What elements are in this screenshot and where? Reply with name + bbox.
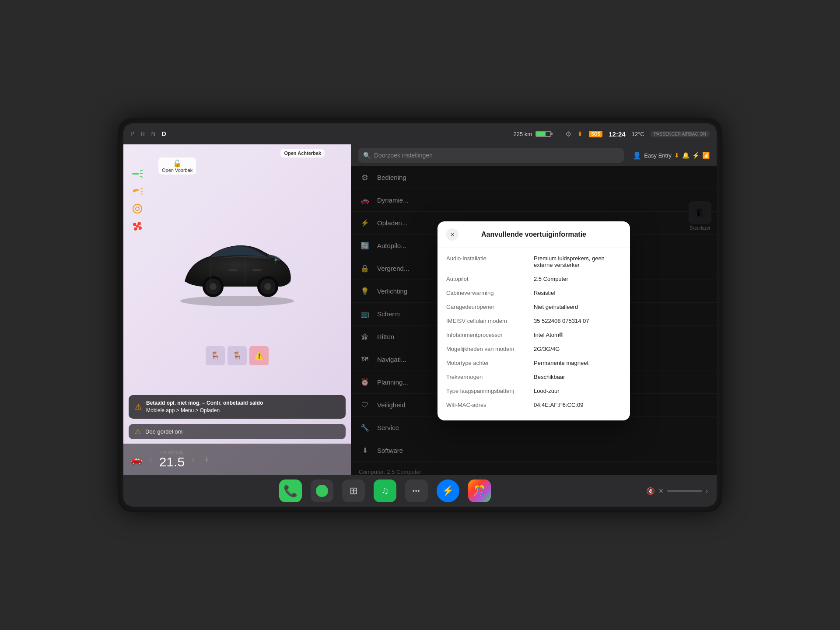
climate-left-arrow[interactable]: ‹	[149, 455, 152, 465]
screen-bezel: P R N D 225 km ⚙ ⬇ SOS 12:24 12°C PASSEN…	[118, 118, 722, 512]
modal-row-6: Mogelijkheden van modem 2G/3G/4G	[446, 342, 621, 356]
modal-row-0: Audio-installatie Premium luidsprekers, …	[446, 252, 621, 272]
modal-row-value-5: Intel Atom®	[534, 332, 621, 338]
seatbelt-text: Doe gordel om	[145, 428, 182, 435]
svg-point-13	[210, 283, 217, 290]
seat-2-icon: 🪑	[232, 351, 242, 360]
modal-row-value-2: Resistief	[534, 290, 621, 296]
spotify-button[interactable]: ♫	[374, 480, 396, 502]
lock-icon-front: 🔓	[173, 159, 182, 168]
seat-display: 🪑 🪑 ⚠️	[206, 346, 269, 365]
main-area: 🔓 Open Voorbak Open Achterbak	[123, 144, 717, 475]
warning-banner: ⚠ Betaald opl. niet mog. – Contr. onbeta…	[129, 395, 346, 419]
svg-point-16	[264, 283, 271, 290]
modal-row-value-3: Niet geïnstalleerd	[534, 304, 621, 310]
open-back-label: Open Achterbak	[280, 149, 325, 158]
modal-row-label-3: Garagedeuropener	[446, 304, 534, 310]
modal-row-value-7: Permanente magneet	[534, 360, 621, 366]
modal-row-label-7: Motortype achter	[446, 360, 534, 366]
climate-mode-icon: 🌡	[203, 455, 210, 463]
sos-badge: SOS	[589, 131, 602, 137]
warning-title: Betaald opl. niet mog. – Contr. onbetaal…	[146, 400, 263, 406]
search-icon: 🔍	[363, 152, 371, 159]
volume-bar[interactable]	[667, 490, 702, 492]
modal-row-3: Garagedeuropener Niet geïnstalleerd	[446, 300, 621, 314]
temp-display-main: Handmatig 21.5	[159, 449, 185, 469]
warning-subtitle: Mobiele app > Menu > Opladen	[146, 407, 220, 413]
modal-row-label-0: Audio-installatie	[446, 255, 534, 268]
person-icon-header: 👤	[633, 151, 641, 160]
bottom-dock: 📞 ⊞ ♫ ••• ⚡ 🎊 🔇 ✕	[123, 475, 717, 507]
climate-mode-label: Handmatig	[160, 449, 183, 455]
climate-bar: 🚗 ‹ Handmatig 21.5 › 🌡	[123, 444, 351, 475]
gear-n[interactable]: N	[151, 130, 156, 137]
volume-x-icon: ✕	[658, 487, 664, 494]
modal-row-value-1: 2.5 Computer	[534, 276, 621, 282]
battery-bar	[536, 131, 551, 137]
modal-row-10: Wifi-MAC-adres 04:4E:AF:F6:CC:09	[446, 398, 621, 412]
svg-rect-17	[228, 269, 237, 271]
ac-icon: 🌡	[203, 455, 210, 463]
party-icon: 🎊	[473, 485, 485, 497]
open-front-text: Open Voorbak	[162, 168, 192, 173]
modal-body: Audio-installatie Premium luidsprekers, …	[438, 248, 630, 420]
car-small-icon: 🚗	[130, 454, 142, 465]
phone-button[interactable]: 📞	[279, 480, 302, 502]
modal-row-5: Infotainmentprocessor Intel Atom®	[446, 328, 621, 342]
seat-1-icon: 🪑	[210, 351, 220, 360]
bluetooth-button[interactable]: ⚡	[437, 480, 459, 502]
grid-icon: ⊞	[350, 485, 357, 497]
seatbelt-icon: ⚠	[135, 427, 141, 436]
modal-row-value-8: Beschikbaar	[534, 374, 621, 380]
settings-header: 🔍 Doorzoek instellingen 👤 Easy Entry ⬇ 🔔…	[351, 144, 717, 166]
modal-row-label-5: Infotainmentprocessor	[446, 332, 534, 338]
more-button[interactable]: •••	[405, 480, 428, 502]
range-text: 225 km	[514, 131, 532, 137]
grid-button[interactable]: ⊞	[342, 480, 365, 502]
gear-p[interactable]: P	[130, 130, 135, 137]
download-icon-header: ⬇	[674, 152, 679, 159]
bluetooth-icon-header: ⚡	[692, 152, 700, 159]
climate-right-arrow[interactable]: ›	[192, 455, 195, 465]
mute-icon[interactable]: 🔇	[646, 487, 655, 495]
modal-close-button[interactable]: ×	[446, 228, 458, 241]
spotify-icon: ♫	[381, 485, 388, 497]
svg-rect-18	[252, 269, 261, 271]
gear-r[interactable]: R	[140, 130, 146, 137]
svg-point-10	[180, 296, 294, 306]
modal-overlay[interactable]: × Aanvullende voertuiginformatie Audio-i…	[351, 166, 717, 475]
battery-fill	[536, 132, 546, 136]
settings-content: ⚙ Bediening 🚗 Dynamie... ⚡ Opladen...	[351, 166, 717, 475]
modal-row-8: Trekvermogen Beschikbaar	[446, 370, 621, 384]
bluetooth-icon: ⚡	[442, 485, 454, 497]
warning-text: Betaald opl. niet mog. – Contr. onbetaal…	[146, 399, 263, 414]
settings-icon-top: ⚙	[565, 130, 571, 138]
modal-row-label-2: Cabineverwarming	[446, 290, 534, 296]
seat-alert: ⚠️	[249, 346, 269, 365]
modal-row-value-4: 35 522408 075314 07	[534, 318, 621, 324]
easy-entry-label-header: Easy Entry	[644, 152, 672, 159]
modal-row-4: IMEISV cellulair modem 35 522408 075314 …	[446, 314, 621, 328]
camera-button[interactable]	[311, 480, 333, 502]
temp-main-value: 21.5	[159, 455, 185, 469]
passenger-badge: PASSENGER AIRBAG ON	[651, 131, 710, 137]
party-button[interactable]: 🎊	[468, 480, 491, 502]
car-container: 🔓 Open Voorbak Open Achterbak	[123, 144, 351, 392]
modal-row-9: Type laagspanningsbatterij Lood-zuur	[446, 384, 621, 398]
modal-row-2: Cabineverwarming Resistief	[446, 286, 621, 300]
open-back-text: Open Achterbak	[284, 150, 321, 156]
modal-row-value-9: Lood-zuur	[534, 388, 621, 394]
gear-d[interactable]: D	[162, 130, 167, 137]
modal-row-value-6: 2G/3G/4G	[534, 346, 621, 352]
volume-control: 🔇 ✕ ›	[646, 487, 708, 495]
chevron-right-icon[interactable]: ›	[706, 487, 708, 494]
seat-2: 🪑	[228, 346, 247, 365]
modal-row-1: Autopilot 2.5 Computer	[446, 272, 621, 286]
more-icon: •••	[413, 487, 420, 494]
modal-header: × Aanvullende voertuiginformatie	[438, 221, 630, 248]
warning-triangle-icon: ⚠	[135, 402, 142, 412]
modal-row-label-10: Wifi-MAC-adres	[446, 402, 534, 408]
modal-row-value-10: 04:4E:AF:F6:CC:09	[534, 402, 621, 408]
search-bar[interactable]: 🔍 Doorzoek instellingen	[358, 148, 624, 163]
modal-row-label-8: Trekvermogen	[446, 374, 534, 380]
